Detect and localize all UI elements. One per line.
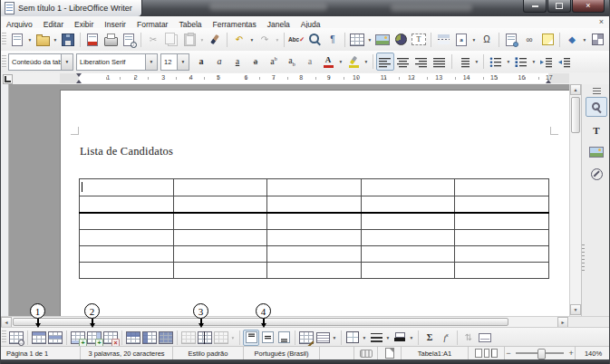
styles-icon[interactable]: T: [586, 120, 607, 140]
table-cell[interactable]: [267, 213, 362, 230]
table-cell[interactable]: [173, 196, 267, 214]
open-icon[interactable]: [34, 31, 52, 49]
insert-table-icon[interactable]: [8, 330, 24, 346]
status-page-number[interactable]: Página 1 de 1: [1, 347, 81, 359]
highlight-color-icon[interactable]: [344, 53, 363, 71]
print-icon[interactable]: [102, 31, 120, 49]
border-color-icon[interactable]: [392, 330, 408, 346]
properties-icon[interactable]: [586, 97, 607, 117]
status-language[interactable]: Português (Brasil): [244, 347, 320, 359]
table-cell[interactable]: [455, 246, 549, 263]
insert-row-below-icon[interactable]: [47, 330, 63, 346]
table-cell[interactable]: [361, 263, 455, 279]
insert-image-icon[interactable]: [373, 31, 392, 49]
table-cell[interactable]: [80, 213, 174, 230]
special-character-icon[interactable]: Ω: [478, 31, 496, 49]
align-bottom-icon[interactable]: [276, 330, 292, 346]
line-spacing-dropdown[interactable]: ▾: [473, 53, 480, 70]
row-height-icon[interactable]: [315, 330, 331, 346]
bullet-list-dropdown[interactable]: ▾: [505, 53, 512, 70]
align-top-icon[interactable]: [243, 330, 259, 346]
new-document-dropdown[interactable]: ▾: [26, 32, 34, 48]
table-cell[interactable]: [173, 263, 267, 279]
indent-marker-right[interactable]: [546, 80, 551, 83]
bold-icon[interactable]: a: [192, 53, 210, 71]
status-page-style[interactable]: Estilo padrão: [173, 347, 244, 359]
scroll-down-button[interactable]: ▼: [570, 304, 581, 315]
new-document-icon[interactable]: [8, 31, 26, 49]
bullet-list-icon[interactable]: [487, 53, 505, 71]
document-modified-icon[interactable]: [378, 347, 402, 359]
document-table[interactable]: [79, 178, 549, 279]
superscript-icon[interactable]: ab: [265, 53, 283, 71]
redo-dropdown[interactable]: ▾: [274, 32, 281, 48]
borders-icon[interactable]: [344, 330, 361, 346]
optimize-size-dropdown[interactable]: ▾: [229, 330, 237, 346]
borders-dropdown[interactable]: ▾: [361, 330, 368, 346]
horizontal-ruler[interactable]: 1234567891011121314151617: [1, 72, 609, 85]
table-cell[interactable]: [173, 246, 267, 263]
insert-caption-icon[interactable]: [477, 330, 493, 346]
minimize-button[interactable]: [523, 0, 547, 13]
menu-editar[interactable]: Editar: [38, 20, 69, 29]
save-icon[interactable]: [59, 31, 77, 49]
table-cell[interactable]: [173, 230, 267, 246]
increase-indent-icon[interactable]: [537, 53, 556, 71]
menu-ferramentas[interactable]: Ferramentas: [208, 20, 262, 29]
add-row-icon[interactable]: [70, 330, 86, 346]
align-center-icon[interactable]: [394, 53, 412, 71]
delete-table-icon[interactable]: [102, 330, 119, 346]
formatting-marks-icon[interactable]: ¶: [324, 31, 342, 49]
numbered-list-dropdown[interactable]: ▾: [530, 53, 537, 70]
vertical-scroll-thumb[interactable]: [571, 97, 580, 133]
view-book-icon[interactable]: [491, 349, 498, 358]
table-cell[interactable]: [361, 196, 455, 214]
table-cell[interactable]: [173, 179, 267, 196]
clone-formatting-icon[interactable]: [206, 31, 224, 49]
sum-icon[interactable]: Σ: [421, 330, 438, 346]
chevron-down-icon[interactable]: ▾: [61, 54, 73, 70]
navigator-icon[interactable]: [586, 164, 607, 184]
menu-janela[interactable]: Janela: [262, 20, 295, 29]
table-cell[interactable]: [267, 263, 362, 279]
find-replace-icon[interactable]: [305, 31, 324, 49]
toolbar-grip[interactable]: [2, 330, 6, 344]
split-cells-icon[interactable]: [197, 330, 213, 346]
menu-formatar[interactable]: Formatar: [131, 20, 174, 29]
menu-ajuda[interactable]: Ajuda: [295, 20, 326, 29]
highlight-color-dropdown[interactable]: ▾: [363, 53, 370, 70]
select-table-icon[interactable]: [158, 330, 174, 346]
indent-marker-left-bottom[interactable]: [76, 80, 82, 83]
table-cell[interactable]: [267, 196, 362, 214]
line-spacing-icon[interactable]: [455, 53, 473, 71]
italic-icon[interactable]: a: [210, 53, 228, 71]
insert-field-icon[interactable]: a: [452, 31, 470, 49]
sidebar-settings-icon[interactable]: [586, 86, 607, 95]
align-left-icon[interactable]: [376, 53, 394, 71]
zoom-out-button[interactable]: −: [505, 349, 512, 358]
comment-icon[interactable]: [538, 31, 557, 49]
table-cell[interactable]: [267, 230, 362, 246]
tab-stop-type-selector[interactable]: [3, 74, 13, 84]
select-row-icon[interactable]: [125, 330, 141, 346]
border-style-icon[interactable]: [368, 330, 384, 346]
table-cell[interactable]: [80, 263, 174, 279]
insert-row-above-icon[interactable]: [31, 330, 47, 346]
sidebar-splitter[interactable]: [582, 244, 585, 272]
table-cell[interactable]: [361, 213, 455, 230]
cross-reference-icon[interactable]: ∞: [520, 31, 538, 49]
font-color-dropdown[interactable]: ▾: [337, 53, 344, 70]
center-vertically-icon[interactable]: [259, 330, 276, 346]
table-cell[interactable]: [361, 179, 455, 196]
insert-table-icon[interactable]: [348, 31, 366, 49]
table-cell[interactable]: [455, 213, 549, 230]
print-preview-icon[interactable]: [120, 31, 138, 49]
justify-icon[interactable]: [431, 53, 449, 71]
draw-functions-icon[interactable]: [588, 31, 606, 49]
shapes-dropdown[interactable]: ▾: [581, 32, 588, 48]
view-multiple-pages-icon[interactable]: [484, 349, 489, 358]
scroll-up-button[interactable]: ▲: [570, 84, 581, 95]
align-right-icon[interactable]: [412, 53, 431, 71]
strikethrough-icon[interactable]: a: [247, 53, 265, 71]
underline-icon[interactable]: a: [228, 53, 247, 71]
